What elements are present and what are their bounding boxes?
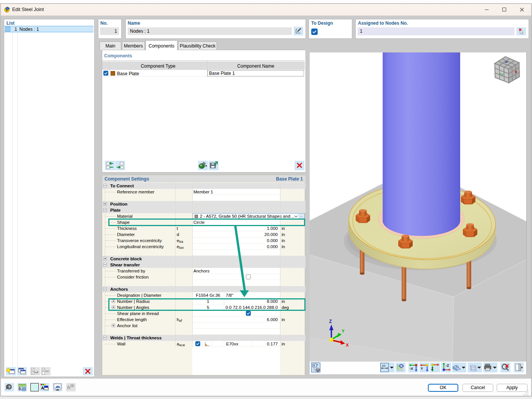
svg-text:Z: Z [329,319,332,324]
svg-text:+y: +y [499,72,504,76]
svg-text:6: 6 [6,9,8,12]
svg-text:10: 10 [382,364,385,367]
svg-text:Y: Y [342,329,345,333]
svg-text:Z: Z [431,367,434,370]
svg-text:-X: -X [410,367,413,370]
svg-text:?: ? [8,385,11,390]
svg-text:Y: Y [421,367,423,370]
svg-text:X: X [346,343,349,347]
svg-text:0.00: 0.00 [19,387,26,391]
svg-text:A: A [41,386,44,390]
svg-text:-Z: -Z [446,364,449,367]
